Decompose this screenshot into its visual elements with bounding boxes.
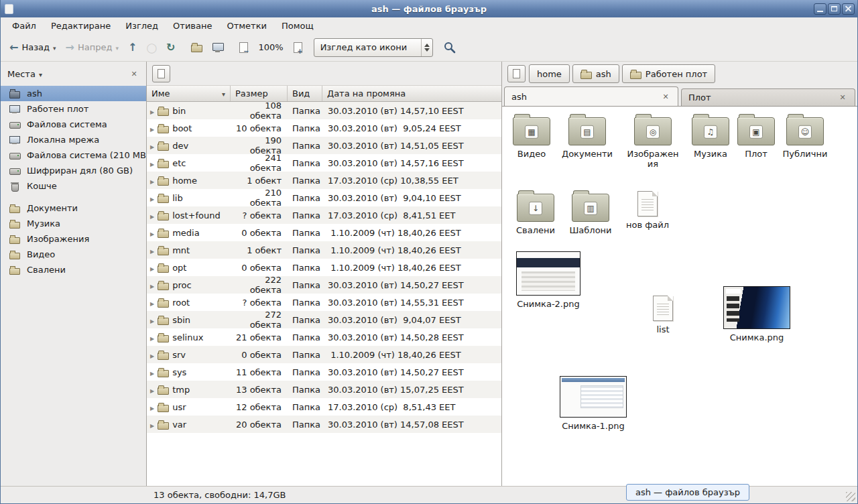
column-header-type[interactable]: Вид [288, 86, 322, 101]
file-row[interactable]: lost+found ? обекта Папка 17.03.2010 (ср… [147, 206, 501, 224]
up-button[interactable] [123, 37, 141, 58]
file-icon-item[interactable]: Публични [777, 115, 833, 159]
sidebar-item[interactable]: Свалени [1, 262, 146, 277]
breadcrumb-button[interactable]: Работен плот [622, 64, 715, 83]
file-row[interactable]: home 1 обект Папка 17.03.2010 (ср) 10,38… [147, 172, 501, 189]
expander-icon[interactable] [150, 332, 154, 342]
sidebar-close-button[interactable] [129, 68, 139, 79]
computer-button[interactable] [207, 37, 228, 58]
expander-icon[interactable] [150, 176, 154, 186]
file-row[interactable]: root ? обекта Папка 30.03.2010 (вт) 14,5… [147, 294, 501, 311]
file-name: home [172, 176, 197, 186]
file-icon-item[interactable]: нов файл [619, 191, 676, 230]
file-icon-item[interactable]: Изображения [625, 115, 681, 169]
column-header-modified[interactable]: Дата на промяна [322, 86, 501, 101]
expander-icon[interactable] [150, 263, 154, 273]
expander-icon[interactable] [150, 141, 154, 151]
breadcrumb-button[interactable]: ash [572, 64, 619, 83]
close-button[interactable] [842, 3, 855, 15]
sidebar-item[interactable]: ash [1, 86, 146, 101]
expander-icon[interactable] [150, 158, 154, 168]
menubar-item[interactable]: Помощ [274, 19, 321, 33]
location-toggle-button[interactable] [507, 65, 526, 82]
file-row[interactable]: sbin 272 обекта Папка 30.03.2010 (вт) 9,… [147, 311, 501, 328]
tab[interactable]: ash [504, 86, 678, 106]
sidebar-item[interactable]: Шифриран дял (80 GB) [1, 163, 146, 178]
file-icon-item[interactable]: Документи [559, 115, 615, 159]
sidebar-item[interactable]: Локална мрежа [1, 132, 146, 147]
minimize-button[interactable] [814, 3, 826, 15]
tab[interactable]: Плот [681, 88, 855, 106]
file-row[interactable]: proc 222 обекта Папка 30.03.2010 (вт) 14… [147, 276, 501, 294]
home-button[interactable] [186, 37, 207, 58]
menubar-item[interactable]: Файл [5, 19, 44, 33]
expander-icon[interactable] [150, 298, 154, 308]
file-icon-item[interactable]: list [635, 296, 691, 334]
search-button[interactable] [440, 38, 460, 58]
zoom-out-button[interactable] [235, 37, 253, 58]
expander-icon[interactable] [150, 228, 154, 238]
file-icon-item[interactable]: Снимка.png [715, 286, 798, 342]
file-row[interactable]: srv 0 обекта Папка 1.10.2009 (чт) 18,40,… [147, 346, 501, 363]
column-header-size[interactable]: Размер [231, 86, 288, 101]
zoom-in-button[interactable] [289, 37, 307, 58]
sidebar-item[interactable]: Видео [1, 247, 146, 262]
menubar-item[interactable]: Редактиране [44, 19, 118, 33]
window-titlebar[interactable]: ash — файлов браузър [1, 0, 857, 17]
sidebar-item[interactable]: Изображения [1, 231, 146, 247]
file-icon-item[interactable]: Видео [503, 115, 560, 159]
file-row[interactable]: bin 108 обекта Папка 30.03.2010 (вт) 14,… [147, 102, 501, 119]
file-row[interactable]: etc 241 обекта Папка 30.03.2010 (вт) 14,… [147, 154, 501, 172]
view-mode-select[interactable]: Изглед като икони [314, 38, 433, 57]
back-button[interactable]: Назад [5, 37, 61, 58]
file-row[interactable]: lib 210 обекта Папка 30.03.2010 (вт) 9,0… [147, 189, 501, 206]
expander-icon[interactable] [150, 106, 154, 116]
sidebar-item[interactable]: Кошче [1, 178, 146, 194]
expander-icon[interactable] [150, 245, 154, 255]
reload-button[interactable] [162, 37, 180, 58]
expander-icon[interactable] [150, 367, 154, 377]
tab-close-button[interactable] [660, 91, 671, 102]
file-row[interactable]: selinux 21 обекта Папка 30.03.2010 (вт) … [147, 328, 501, 346]
sidebar-item[interactable]: Музика [1, 216, 146, 231]
file-row[interactable]: tmp 13 обекта Папка 30.03.2010 (вт) 15,0… [147, 381, 501, 398]
tab-close-button[interactable] [837, 92, 848, 103]
location-toggle-button[interactable] [152, 65, 170, 82]
sidebar-item[interactable]: Работен плот [1, 101, 146, 117]
expander-icon[interactable] [150, 420, 154, 430]
menubar-item[interactable]: Изглед [118, 19, 166, 33]
stop-button[interactable] [141, 37, 162, 58]
sidebar-item[interactable]: Документи [1, 200, 146, 216]
file-icon-item[interactable]: Шаблони [562, 191, 619, 235]
file-row[interactable]: dev 190 обекта Папка 30.03.2010 (вт) 14,… [147, 137, 501, 154]
maximize-button[interactable] [828, 3, 841, 15]
file-row[interactable]: sys 11 обекта Папка 30.03.2010 (вт) 14,5… [147, 363, 501, 381]
forward-button[interactable]: Напред [61, 37, 123, 58]
menubar-item[interactable]: Отиване [166, 19, 219, 33]
file-row[interactable]: boot 10 обекта Папка 30.03.2010 (вт) 9,0… [147, 119, 501, 137]
expander-icon[interactable] [150, 315, 154, 325]
expander-icon[interactable] [150, 123, 154, 133]
sidebar-mode-caret-icon[interactable] [39, 69, 42, 79]
expander-icon[interactable] [150, 193, 154, 203]
file-icon-item[interactable]: Свалени [507, 191, 564, 235]
file-icon-item[interactable]: Снимка-2.png [515, 251, 582, 309]
menubar-item[interactable]: Отметки [219, 19, 273, 33]
expander-icon[interactable] [150, 385, 154, 395]
sidebar-item[interactable]: Файлова система [1, 117, 146, 132]
expander-icon[interactable] [150, 210, 154, 220]
expander-icon[interactable] [150, 280, 154, 290]
file-row[interactable]: opt 0 обекта Папка 1.10.2009 (чт) 18,40,… [147, 259, 501, 276]
file-icon-item[interactable]: Снимка-1.png [560, 376, 627, 431]
file-row[interactable]: usr 12 обекта Папка 17.03.2010 (ср) 8,51… [147, 398, 501, 416]
file-icon-item[interactable]: Плот [728, 115, 784, 159]
expander-icon[interactable] [150, 402, 154, 412]
resize-grip[interactable] [846, 492, 855, 501]
file-row[interactable]: media 0 обекта Папка 1.10.2009 (чт) 18,4… [147, 224, 501, 241]
file-row[interactable]: var 20 обекта Папка 30.03.2010 (вт) 14,5… [147, 416, 501, 433]
expander-icon[interactable] [150, 350, 154, 360]
breadcrumb-button[interactable]: home [529, 64, 570, 83]
file-row[interactable]: mnt 1 обект Папка 1.10.2009 (чт) 18,40,2… [147, 241, 501, 259]
sidebar-item[interactable]: Файлова система (210 MB) [1, 147, 146, 163]
column-header-name[interactable]: Име [147, 86, 231, 101]
